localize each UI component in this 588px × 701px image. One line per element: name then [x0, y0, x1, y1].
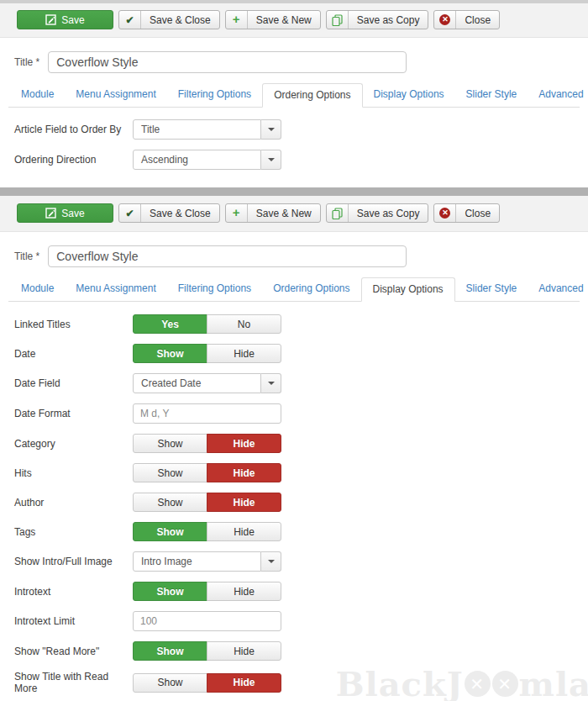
plus-icon: +	[226, 204, 248, 222]
tab-menu-assignment[interactable]: Menu Assignment	[65, 83, 166, 108]
joomla-o-icon: ✕	[465, 671, 491, 697]
copy-icon	[327, 204, 349, 222]
field-label: Category	[14, 438, 133, 450]
toggle-show-button[interactable]: Show	[133, 344, 207, 363]
save-new-button[interactable]: + Save & New	[225, 203, 321, 223]
field-label: Introtext	[14, 586, 133, 598]
toggle-hide-button[interactable]: Hide	[207, 641, 281, 661]
toggle-show-button[interactable]: Show	[133, 463, 207, 482]
panel-divider	[0, 187, 588, 196]
close-button[interactable]: ✕ Close	[433, 10, 500, 29]
tab-filtering-options[interactable]: Filtering Options	[167, 277, 262, 302]
save-new-button[interactable]: + Save & New	[225, 10, 321, 29]
toggle-yes-button[interactable]: Yes	[133, 314, 207, 334]
tab-advanced[interactable]: Advanced	[528, 83, 588, 108]
date-field-select[interactable]: Created Date	[133, 373, 281, 393]
tab-display-options[interactable]: Display Options	[363, 83, 455, 108]
select-value: Created Date	[133, 373, 261, 393]
form-row-introtext-limit: Introtext Limit	[14, 611, 588, 631]
save-close-button[interactable]: ✔ Save & Close	[118, 203, 220, 223]
save-icon	[45, 208, 56, 219]
tab-bar: Module Menu Assignment Filtering Options…	[8, 277, 580, 302]
title-label: Title *	[14, 56, 39, 68]
intro-full-image-select[interactable]: Intro Image	[133, 551, 281, 572]
form-row-tags: Tags Show Hide	[14, 522, 588, 541]
save-button-label: Save	[61, 14, 84, 26]
field-label: Article Field to Order By	[14, 124, 133, 135]
toggle-show-button[interactable]: Show	[133, 641, 207, 661]
watermark-text-start: BlackJ	[336, 664, 464, 701]
form-row-date: Date Show Hide	[14, 344, 588, 363]
tab-ordering-options[interactable]: Ordering Options	[262, 277, 360, 302]
tab-ordering-options[interactable]: Ordering Options	[262, 83, 362, 108]
toggle-show-button[interactable]: Show	[133, 434, 207, 453]
toggle-show-button[interactable]: Show	[133, 493, 207, 512]
tab-module[interactable]: Module	[10, 83, 65, 108]
form-row-introtext: Introtext Show Hide	[14, 582, 588, 601]
form-row-linked-titles: Linked Titles Yes No	[14, 314, 588, 334]
save-button[interactable]: Save	[17, 203, 113, 223]
chevron-down-icon[interactable]	[261, 119, 281, 140]
tab-advanced[interactable]: Advanced	[528, 277, 588, 302]
watermark-text-end: mla	[519, 664, 588, 701]
tags-toggle: Show Hide	[133, 522, 281, 541]
tab-bar: Module Menu Assignment Filtering Options…	[8, 83, 580, 108]
field-label: Show Intro/Full Image	[14, 556, 133, 567]
tab-slider-style[interactable]: Slider Style	[455, 277, 528, 302]
toggle-no-button[interactable]: No	[207, 314, 281, 334]
tab-menu-assignment[interactable]: Menu Assignment	[65, 277, 166, 302]
close-label: Close	[456, 14, 499, 26]
panel-display-options: Save ✔ Save & Close + Save & New Save as…	[0, 196, 588, 694]
form-row-date-format: Date Format	[14, 403, 588, 424]
date-toggle: Show Hide	[133, 344, 281, 363]
toolbar: Save ✔ Save & Close + Save & New Save as…	[0, 196, 588, 232]
introtext-limit-input[interactable]	[133, 611, 281, 631]
toggle-hide-button[interactable]: Hide	[207, 582, 281, 601]
save-button[interactable]: Save	[17, 10, 113, 29]
toggle-hide-button[interactable]: Hide	[207, 344, 281, 363]
chevron-down-icon[interactable]	[261, 150, 281, 170]
save-copy-button[interactable]: Save as Copy	[326, 10, 429, 29]
save-close-button[interactable]: ✔ Save & Close	[118, 10, 220, 29]
field-label: Date	[14, 348, 133, 360]
toggle-show-button[interactable]: Show	[133, 673, 207, 693]
save-copy-button[interactable]: Save as Copy	[326, 203, 429, 223]
tab-filtering-options[interactable]: Filtering Options	[167, 83, 262, 108]
author-toggle: Show Hide	[133, 493, 281, 512]
toggle-hide-button[interactable]: Hide	[207, 522, 281, 541]
hits-toggle: Show Hide	[133, 463, 281, 482]
show-read-more-toggle: Show Hide	[133, 641, 281, 661]
chevron-down-icon[interactable]	[261, 551, 281, 572]
save-button-label: Save	[61, 208, 84, 219]
toggle-show-button[interactable]: Show	[133, 522, 207, 541]
close-button[interactable]: ✕ Close	[433, 203, 500, 223]
save-close-label: Save & Close	[141, 14, 219, 26]
check-icon: ✔	[119, 11, 141, 29]
form-row-ordering-direction: Ordering Direction Ascending	[14, 150, 588, 170]
form-row-order-by: Article Field to Order By Title	[14, 119, 588, 140]
field-label: Hits	[14, 467, 133, 479]
select-value: Ascending	[133, 150, 261, 170]
chevron-down-icon[interactable]	[261, 373, 281, 393]
tab-display-options[interactable]: Display Options	[361, 277, 455, 302]
category-toggle: Show Hide	[133, 434, 281, 453]
introtext-toggle: Show Hide	[133, 582, 281, 601]
select-value: Title	[133, 119, 261, 140]
date-format-input[interactable]	[133, 403, 281, 424]
toggle-hide-button[interactable]: Hide	[207, 673, 281, 693]
toggle-show-button[interactable]: Show	[133, 582, 207, 601]
title-input[interactable]	[48, 51, 407, 73]
toggle-hide-button[interactable]: Hide	[207, 493, 281, 512]
tab-module[interactable]: Module	[10, 277, 65, 302]
save-copy-label: Save as Copy	[349, 208, 428, 219]
copy-icon	[327, 11, 349, 29]
title-input[interactable]	[48, 245, 407, 267]
tab-slider-style[interactable]: Slider Style	[455, 83, 528, 108]
select-value: Intro Image	[133, 551, 261, 572]
field-label: Introtext Limit	[14, 615, 133, 627]
blackjoomla-watermark: BlackJ ✕ ✕ mla	[336, 664, 588, 701]
ordering-direction-select[interactable]: Ascending	[133, 150, 281, 170]
order-by-select[interactable]: Title	[133, 119, 281, 140]
toggle-hide-button[interactable]: Hide	[207, 434, 281, 453]
toggle-hide-button[interactable]: Hide	[207, 463, 281, 482]
